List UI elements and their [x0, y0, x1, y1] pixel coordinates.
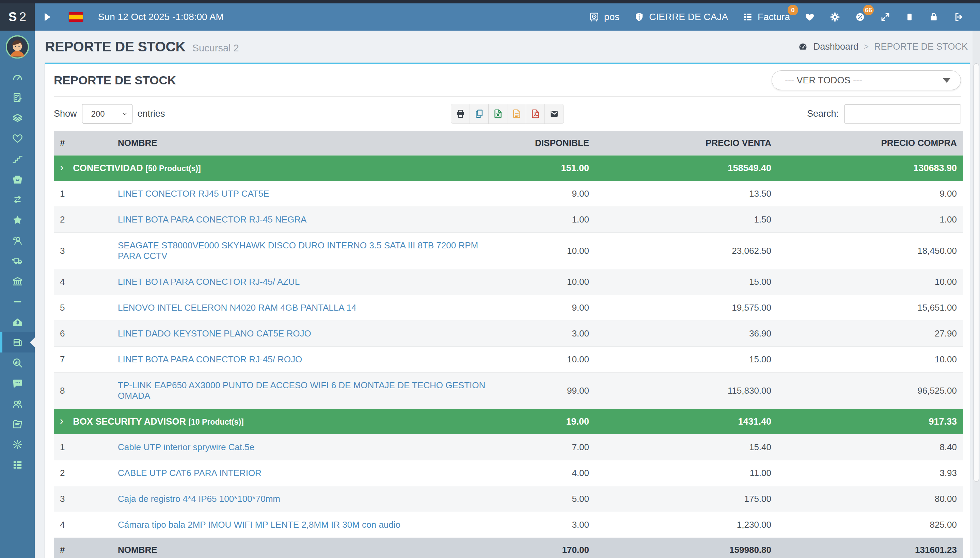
sidebar-item-search-report[interactable] — [0, 353, 35, 373]
topbar-item-factura-label: Factura — [758, 11, 790, 23]
printer-icon — [455, 108, 466, 119]
topbar-item-fullscreen[interactable] — [880, 11, 891, 23]
topbar-item-device[interactable] — [905, 11, 914, 23]
product-disponible: 10.00 — [517, 233, 595, 269]
column-header-disponible[interactable]: DISPONIBLE — [517, 131, 595, 156]
sidebar-item-users[interactable] — [0, 393, 35, 414]
column-header-nombre[interactable]: NOMBRE — [112, 131, 517, 156]
product-precio-compra: 15,651.00 — [777, 295, 963, 321]
email-export-button[interactable] — [545, 104, 563, 123]
product-row: 4Cámara tipo bala 2MP IMOU WIFI MP LENTE… — [54, 512, 963, 538]
group-row[interactable]: ›CONECTIVIDAD [50 Product(s)]151.0015854… — [54, 156, 963, 181]
sidebar-item-stairs[interactable] — [0, 148, 35, 169]
sidebar-item-house-dollar[interactable] — [0, 312, 35, 332]
footer-nombre: NOMBRE — [112, 538, 517, 558]
product-disponible: 3.00 — [517, 512, 595, 538]
product-row: 7LINET BOTA PARA CONECTOR RJ-45/ ROJO10.… — [54, 347, 963, 373]
group-precio-venta: 1431.40 — [595, 409, 777, 435]
customer-icon — [12, 235, 23, 246]
sidebar-item-customer[interactable] — [0, 230, 35, 250]
topbar-item-cierre-de-caja[interactable]: CIERRE DE CAJA — [634, 11, 728, 23]
product-link[interactable]: CABLE UTP CAT6 PARA INTERIOR — [118, 468, 262, 478]
column-header-precio-compra[interactable]: PRECIO COMPRA — [777, 131, 963, 156]
topbar-item-pos[interactable]: pos — [589, 11, 619, 23]
sidebar-item-delivery-truck[interactable] — [0, 250, 35, 271]
sidebar-item-star[interactable] — [0, 210, 35, 230]
topbar-item-factura[interactable]: Factura0 — [742, 11, 790, 23]
csv-export-button[interactable] — [507, 104, 526, 123]
page-length-select[interactable]: 200 — [82, 105, 132, 123]
product-link[interactable]: Cable UTP interior sprywire Cat.5e — [118, 442, 254, 452]
panel-title: REPORTE DE STOCK — [54, 74, 176, 87]
topbar-item-lock-screen[interactable] — [928, 11, 939, 23]
product-precio-venta: 1.50 — [595, 207, 777, 233]
product-link[interactable]: LENOVO INTEL CELERON N4020 RAM 4GB PANTA… — [118, 302, 356, 313]
sidebar-toggle-button[interactable] — [35, 3, 60, 31]
print-export-button[interactable] — [451, 104, 470, 123]
product-precio-venta: 11.00 — [595, 460, 777, 486]
sidebar-item-gear[interactable] — [0, 434, 35, 455]
spain-flag-icon[interactable] — [69, 12, 83, 22]
envelope-icon — [549, 108, 560, 119]
scrollbar-thumb[interactable] — [973, 63, 979, 482]
pdf-export-button[interactable] — [526, 104, 545, 123]
speedometer-icon — [12, 71, 23, 83]
product-index: 4 — [54, 512, 112, 538]
sidebar-item-clipboard-tasks[interactable] — [0, 87, 35, 108]
category-filter-select[interactable]: --- VER TODOS --- — [772, 71, 961, 90]
sidebar-item-dash[interactable] — [0, 291, 35, 312]
breadcrumb-dashboard-link[interactable]: Dashboard — [814, 41, 858, 52]
product-precio-venta: 175.00 — [595, 486, 777, 512]
product-link[interactable]: LINET BOTA PARA CONECTOR RJ-45/ AZUL — [118, 277, 300, 287]
product-index: 8 — [54, 373, 112, 409]
scrollbar[interactable] — [972, 31, 980, 558]
product-disponible: 10.00 — [517, 269, 595, 295]
product-row: 2CABLE UTP CAT6 PARA INTERIOR4.0011.003.… — [54, 460, 963, 486]
sidebar-item-shopping-bag[interactable] — [0, 169, 35, 189]
delivery-truck-icon — [12, 255, 23, 267]
breadcrumb-current: REPORTE DE STOCK — [874, 41, 968, 52]
sidebar-item-money-bills[interactable] — [0, 108, 35, 128]
product-index: 1 — [54, 435, 112, 460]
sidebar-item-chat[interactable] — [0, 373, 35, 393]
product-link[interactable]: TP-LINK EAP650 AX3000 PUNTO DE ACCESO WI… — [118, 380, 485, 401]
product-disponible: 9.00 — [517, 181, 595, 207]
sidebar — [0, 31, 35, 558]
product-link[interactable]: LINET CONECTOR RJ45 UTP CAT5E — [118, 189, 269, 199]
copy-icon — [474, 108, 484, 119]
product-link[interactable]: LINET DADO KEYSTONE PLANO CAT5E ROJO — [118, 328, 311, 338]
copy-export-button[interactable] — [470, 104, 489, 123]
sidebar-item-folder-doc[interactable] — [0, 414, 35, 434]
product-link[interactable]: SEAGATE ST8000VE000 SKYHAWK DISCO DURO I… — [118, 240, 478, 261]
product-precio-venta: 15.00 — [595, 269, 777, 295]
clipboard-tasks-icon — [12, 92, 23, 103]
tablet-icon — [905, 11, 914, 23]
sidebar-item-speedometer[interactable] — [0, 67, 35, 87]
search-input[interactable] — [845, 105, 961, 123]
product-row: 5LENOVO INTEL CELERON N4020 RAM 4GB PANT… — [54, 295, 963, 321]
column-header-num[interactable]: # — [54, 131, 112, 156]
product-link[interactable]: Caja de registro 4*4 IP65 100*100*70mm — [118, 494, 280, 504]
topbar-item-logout[interactable] — [954, 11, 964, 23]
column-header-precio-venta[interactable]: PRECIO VENTA — [595, 131, 777, 156]
product-precio-venta: 1,230.00 — [595, 512, 777, 538]
sidebar-item-bank[interactable] — [0, 271, 35, 291]
sidebar-item-heart[interactable] — [0, 128, 35, 148]
sidebar-item-list-grid[interactable] — [0, 455, 35, 475]
sidebar-item-stock-report[interactable] — [0, 332, 35, 353]
product-link[interactable]: Cámara tipo bala 2MP IMOU WIFI MP LENTE … — [118, 520, 400, 530]
topbar-item-settings[interactable] — [830, 11, 840, 23]
excel-export-button[interactable] — [489, 104, 507, 123]
product-link[interactable]: LINET BOTA PARA CONECTOR RJ-45/ ROJO — [118, 354, 302, 364]
breadcrumb-separator: > — [864, 42, 869, 51]
group-row[interactable]: ›BOX SECURITY ADVISOR [10 Product(s)]19.… — [54, 409, 963, 435]
sidebar-item-exchange-arrows[interactable] — [0, 189, 35, 210]
group-disponible: 151.00 — [517, 156, 595, 181]
topbar-item-percent-counter[interactable]: 66 — [855, 11, 866, 23]
product-link[interactable]: LINET BOTA PARA CONECTOR RJ-45 NEGRA — [118, 214, 306, 225]
topbar-item-favorites[interactable] — [804, 11, 815, 23]
user-avatar[interactable] — [6, 35, 29, 59]
search-label: Search: — [807, 108, 839, 119]
product-precio-compra: 3.93 — [777, 460, 963, 486]
app-logo[interactable]: S 2 — [0, 3, 35, 31]
